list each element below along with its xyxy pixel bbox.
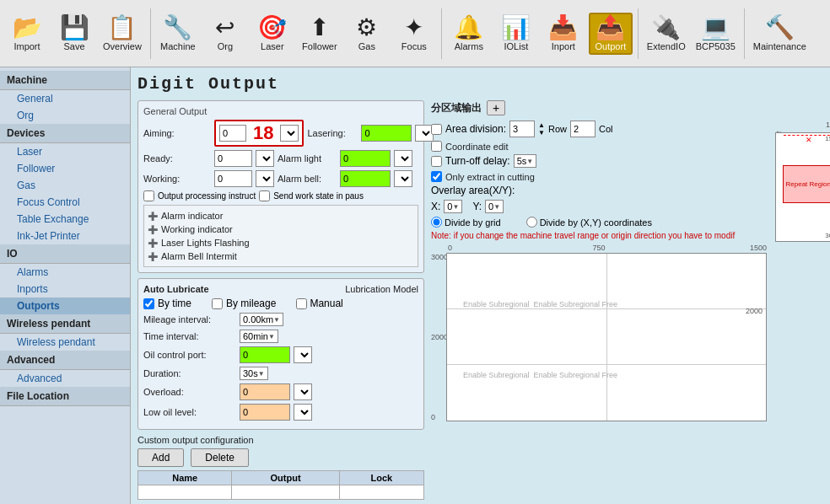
ready-select[interactable] xyxy=(256,150,274,167)
tb-follower[interactable]: ⬆ Follower xyxy=(298,14,342,53)
tb-bcp5035[interactable]: 💻 BCP5035 xyxy=(693,14,739,53)
sidebar-item-general[interactable]: General xyxy=(0,90,130,107)
general-output-label: General Output xyxy=(143,106,418,116)
low-oil-select[interactable] xyxy=(294,404,312,421)
low-oil-input[interactable] xyxy=(240,404,290,421)
divide-by-xy-radio[interactable] xyxy=(526,217,537,228)
oil-control-input[interactable] xyxy=(240,346,290,363)
sidebar-section-io[interactable]: IO xyxy=(0,244,130,264)
alarm-light-select[interactable] xyxy=(394,150,412,167)
bcp5035-icon: 💻 xyxy=(701,16,730,40)
by-time-check[interactable] xyxy=(143,298,154,309)
tb-overview[interactable]: 📋 Overview xyxy=(100,14,145,53)
output-processing-check[interactable] xyxy=(143,190,154,201)
sidebar-item-org[interactable]: Org xyxy=(0,107,130,124)
sidebar-section-devices[interactable]: Devices xyxy=(0,124,130,143)
working-input[interactable] xyxy=(214,170,252,187)
mileage-value: 0.00km xyxy=(243,314,273,324)
sidebar-section-advanced[interactable]: Advanced xyxy=(0,351,130,370)
org-icon: ↩ xyxy=(215,16,234,40)
divide-by-grid-label[interactable]: Divide by grid xyxy=(431,217,501,228)
sidebar-item-table-exchange[interactable]: Table Exchange xyxy=(0,211,130,228)
right-controls: Area division: ▲▼ Row Col Coordinate edi… xyxy=(431,121,767,421)
coordinate-edit-check[interactable] xyxy=(431,141,442,152)
row-up-btn[interactable]: ▲▼ xyxy=(538,121,545,137)
mini-num-3000: 3000 xyxy=(825,232,830,239)
time-value: 60min xyxy=(243,331,268,341)
mileage-dropdown[interactable]: 0.00km ▼ xyxy=(240,313,283,326)
manual-check[interactable] xyxy=(296,298,307,309)
inner-y-2000: 2000 xyxy=(746,307,763,315)
tb-inport[interactable]: 📥 Inport xyxy=(542,14,585,53)
time-dropdown[interactable]: 60min ▼ xyxy=(240,330,278,343)
row-label: Row xyxy=(548,124,567,134)
col-label: Col xyxy=(599,124,613,134)
tb-gas[interactable]: ⚙ Gas xyxy=(345,14,389,53)
expand-alarm-bell-label: Alarm Bell Intermit xyxy=(161,251,237,261)
sidebar-item-ink-jet-printer[interactable]: Ink-Jet Printer xyxy=(0,228,130,244)
area-division-check[interactable] xyxy=(431,124,442,135)
by-mileage-check[interactable] xyxy=(212,298,223,309)
x-dropdown[interactable]: 0 ▼ xyxy=(444,200,462,213)
turnoff-delay-check[interactable] xyxy=(431,156,442,167)
expand-alarm-bell[interactable]: ➕ Alarm Bell Intermit xyxy=(148,249,414,263)
subzone-add-btn[interactable]: + xyxy=(487,100,505,115)
sidebar-item-advanced[interactable]: Advanced xyxy=(0,370,130,387)
tb-org-label: Org xyxy=(218,41,233,51)
tb-laser[interactable]: 🎯 Laser xyxy=(251,14,294,53)
expand-working-indicator[interactable]: ➕ Working indicator xyxy=(148,223,414,236)
oil-control-select[interactable] xyxy=(294,346,312,363)
sidebar-item-focus-control[interactable]: Focus Control xyxy=(0,194,130,211)
mini-num-1500: 1500 xyxy=(825,135,830,142)
sidebar-item-outports[interactable]: Outports xyxy=(0,298,130,314)
y-dropdown[interactable]: 0 ▼ xyxy=(485,200,504,213)
sidebar-item-alarms[interactable]: Alarms xyxy=(0,264,130,281)
sidebar-item-laser[interactable]: Laser xyxy=(0,143,130,160)
expand-laser-lights[interactable]: ➕ Laser Lights Flashing xyxy=(148,236,414,249)
sidebar-item-wireless-pendant[interactable]: Wireless pendant xyxy=(0,334,130,351)
divide-by-grid-radio[interactable] xyxy=(431,217,442,228)
overload-select[interactable] xyxy=(294,383,312,400)
only-extract-check[interactable] xyxy=(431,171,442,182)
sidebar-item-gas[interactable]: Gas xyxy=(0,177,130,194)
tb-follower-label: Follower xyxy=(302,41,337,51)
tb-org[interactable]: ↩ Org xyxy=(203,14,247,53)
outport-icon: 📤 xyxy=(596,16,625,40)
sidebar-section-machine[interactable]: Machine xyxy=(0,71,130,90)
machine-icon: 🔧 xyxy=(163,16,192,40)
sidebar-section-file-location[interactable]: File Location xyxy=(0,387,130,406)
lasering-input[interactable] xyxy=(361,125,412,142)
tb-machine[interactable]: 🔧 Machine xyxy=(156,14,200,53)
tb-outport[interactable]: 📤 Outport xyxy=(589,13,633,55)
duration-dropdown[interactable]: 30s ▼ xyxy=(240,367,268,380)
alarm-light-input[interactable] xyxy=(340,150,391,167)
working-select[interactable] xyxy=(256,170,274,187)
alarm-bell-select[interactable] xyxy=(394,170,412,187)
overload-label: Overload: xyxy=(143,387,236,397)
tb-focus[interactable]: ✦ Focus xyxy=(392,14,436,53)
alarm-bell-input[interactable] xyxy=(340,170,391,187)
aiming-select[interactable] xyxy=(280,125,299,142)
extendio-icon: 🔌 xyxy=(651,16,681,40)
tb-alarms[interactable]: 🔔 Alarms xyxy=(447,14,491,53)
tb-extendio[interactable]: 🔌 ExtendIO xyxy=(644,14,689,53)
divide-by-xy-label[interactable]: Divide by (X,Y) coordinates xyxy=(526,217,652,228)
x-axis-labels: 0 750 1500 xyxy=(448,244,767,252)
row-input[interactable] xyxy=(509,121,535,137)
turnoff-dropdown[interactable]: 5s ▼ xyxy=(514,154,537,168)
aiming-value-input[interactable] xyxy=(219,125,246,142)
delete-button[interactable]: Delete xyxy=(191,448,249,467)
overload-input[interactable] xyxy=(240,383,290,400)
add-button[interactable]: Add xyxy=(137,448,184,467)
sidebar-item-inports[interactable]: Inports xyxy=(0,281,130,298)
expand-alarm-indicator[interactable]: ➕ Alarm indicator xyxy=(148,209,414,223)
sidebar-section-wireless[interactable]: Wireless pendant xyxy=(0,314,130,334)
col-input[interactable] xyxy=(570,121,596,137)
send-work-state-check[interactable] xyxy=(259,190,270,201)
ready-input[interactable] xyxy=(214,150,252,167)
tb-iolist[interactable]: 📊 IOList xyxy=(494,14,538,53)
sidebar-item-follower[interactable]: Follower xyxy=(0,160,130,177)
tb-maintenance[interactable]: 🔨 Maintenance xyxy=(750,14,810,53)
tb-import[interactable]: 📂 Import xyxy=(5,14,49,53)
tb-save[interactable]: 💾 Save xyxy=(52,14,96,53)
